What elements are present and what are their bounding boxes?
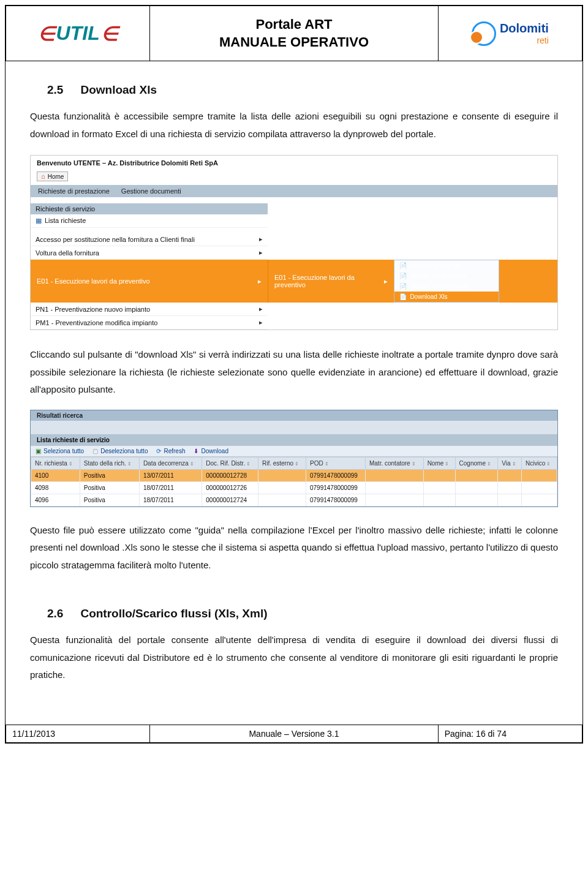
footer-date: 11/11/2013 <box>6 725 150 742</box>
home-button[interactable]: ⌂ Home <box>37 171 68 181</box>
sidebar-title: Richieste di servizio <box>31 203 268 214</box>
download-icon: ⬇ <box>194 448 198 454</box>
section-2-5-para2: Cliccando sul pulsante di "download Xls"… <box>30 346 558 399</box>
sidebar-item-accesso[interactable]: Accesso per sostituzione nella fornitura… <box>31 233 268 246</box>
dolomiti-sub: reti <box>500 36 549 45</box>
submenu-e01: 📄Creazione singola 📄Upload Xls Richieste… <box>394 260 499 303</box>
col-data[interactable]: Data decorrenza⇕ <box>139 457 202 469</box>
screenshot-portal-menu: Benvenuto UTENTE – Az. Distributrice Dol… <box>30 155 558 330</box>
xls-icon: 📄 <box>399 273 407 279</box>
doc-title: Portale ART MANUALE OPERATIVO <box>150 6 439 61</box>
sidebar-item-pm1[interactable]: PM1 - Preventivazione modifica impianto▸ <box>31 316 268 330</box>
results-header: Risultati ricerca <box>31 410 557 421</box>
table-row[interactable]: 4096 Positiva 18/07/2011 000000012724 07… <box>31 494 557 506</box>
sidebar-item-pn1[interactable]: PN1 - Preventivazione nuovo impianto▸ <box>31 303 268 316</box>
title-line1: Portale ART <box>150 16 438 34</box>
menubar: Richieste di prestazione Gestione docume… <box>31 185 557 197</box>
chevron-right-icon: ▸ <box>259 305 263 313</box>
section-2-5-num: 2.5 <box>47 83 63 96</box>
col-stato[interactable]: Stato della rich.⇕ <box>80 457 139 469</box>
logo-dolomiti: Dolomiti reti <box>438 6 582 61</box>
submenu-download-xls[interactable]: 📄Download Xls <box>394 292 499 302</box>
select-all-button[interactable]: ▣Seleziona tutto <box>36 448 84 454</box>
home-label: Home <box>48 173 64 180</box>
sidebar-item-voltura[interactable]: Voltura della fornitura▸ <box>31 246 268 260</box>
dolomiti-icon <box>472 21 496 46</box>
table-row[interactable]: 4098 Positiva 18/07/2011 000000012726 07… <box>31 481 557 494</box>
refresh-icon: ⟳ <box>156 448 161 454</box>
chevron-right-icon: ▸ <box>259 235 263 243</box>
chevron-right-icon: ▸ <box>259 249 263 257</box>
home-icon: ⌂ <box>41 173 45 180</box>
section-2-6-num: 2.6 <box>47 607 63 620</box>
table-row[interactable]: 4100 Positiva 13/07/2011 000000012728 07… <box>31 469 557 481</box>
eutile-icon-left: ∈ <box>38 22 55 45</box>
doc-icon: 📄 <box>399 262 407 269</box>
chevron-right-icon: ▸ <box>384 277 388 285</box>
welcome-text: Benvenuto UTENTE – Az. Distributrice Dol… <box>31 156 557 170</box>
col-nr[interactable]: Nr. richiesta⇕ <box>31 457 80 469</box>
results-grid: Nr. richiesta⇕ Stato della rich.⇕ Data d… <box>31 457 557 507</box>
grid-title: Lista richieste di servizio <box>31 434 557 446</box>
col-pod[interactable]: POD⇕ <box>306 457 365 469</box>
title-line2: MANUALE OPERATIVO <box>150 34 438 51</box>
col-rif[interactable]: Rif. esterno⇕ <box>258 457 306 469</box>
download-button[interactable]: ⬇Download <box>194 448 228 454</box>
section-2-5-para3: Questo file può essere utilizzato come "… <box>30 522 558 574</box>
page-header: ∈ UTIL ∈ Portale ART MANUALE OPERATIVO D… <box>6 6 582 61</box>
section-2-6-title: Controllo/Scarico flussi (Xls, Xml) <box>80 607 267 620</box>
list-icon: ▦ <box>36 217 42 224</box>
deselect-icon: ▢ <box>92 448 98 454</box>
chevron-right-icon: ▸ <box>259 318 263 326</box>
col-nome[interactable]: Nome⇕ <box>423 457 455 469</box>
submenu-creazione[interactable]: 📄Creazione singola <box>394 260 499 271</box>
grid-toolbar: ▣Seleziona tutto ▢Deseleziona tutto ⟳Ref… <box>31 446 557 457</box>
page-footer: 11/11/2013 Manuale – Versione 3.1 Pagina… <box>6 725 582 743</box>
xml-icon: 📄 <box>399 283 407 290</box>
screenshot-results-grid: Risultati ricerca Lista richieste di ser… <box>30 410 558 507</box>
submenu-upload-xls[interactable]: 📄Upload Xls Richieste <box>394 271 499 281</box>
footer-version: Manuale – Versione 3.1 <box>150 725 439 742</box>
eutile-icon-right: ∈ <box>101 22 118 45</box>
col-nc[interactable]: Ncivico⇕ <box>522 457 557 469</box>
menu-gestione[interactable]: Gestione documenti <box>121 187 181 195</box>
chevron-right-icon: ▸ <box>258 277 262 285</box>
col-matr[interactable]: Matr. contatore⇕ <box>365 457 423 469</box>
eutile-text: UTIL <box>56 22 100 45</box>
deselect-all-button[interactable]: ▢Deseleziona tutto <box>92 448 148 454</box>
sidebar-item-lista[interactable]: ▦Lista richieste <box>31 214 268 228</box>
dolomiti-main: Dolomiti <box>500 21 549 36</box>
xls-icon: 📄 <box>399 293 407 300</box>
col-cogn[interactable]: Cognome⇕ <box>455 457 498 469</box>
section-2-5-heading: 2.5Download Xls <box>47 83 558 97</box>
menu-richieste[interactable]: Richieste di prestazione <box>38 187 110 195</box>
submenu-upload-xml[interactable]: 📄Upload Xml Richieste <box>394 281 499 292</box>
section-2-5-title: Download Xls <box>80 83 157 96</box>
col-doc[interactable]: Doc. Rif. Distr.⇕ <box>202 457 258 469</box>
sidebar-item-e01-selected[interactable]: E01 - Esecuzione lavori da preventivo▸ E… <box>31 260 557 303</box>
section-2-6-heading: 2.6Controllo/Scarico flussi (Xls, Xml) <box>47 607 558 620</box>
select-icon: ▣ <box>36 448 41 454</box>
refresh-button[interactable]: ⟳Refresh <box>156 448 185 454</box>
col-via[interactable]: Via⇕ <box>498 457 522 469</box>
footer-page: Pagina: 16 di 74 <box>438 725 582 742</box>
section-2-6-para1: Questa funzionalità del portale consente… <box>30 631 558 684</box>
section-2-5-para1: Questa funzionalità è accessibile sempre… <box>30 108 558 143</box>
logo-eutile: ∈ UTIL ∈ <box>6 6 150 61</box>
